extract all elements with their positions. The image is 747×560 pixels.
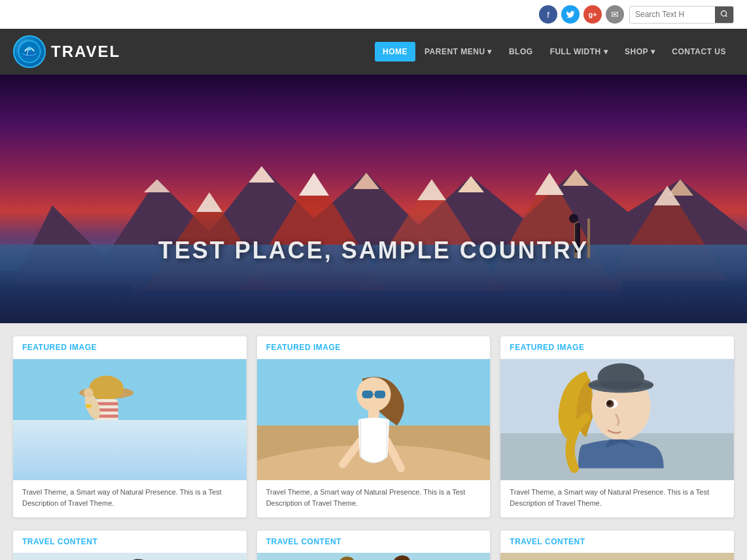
svg-point-40 xyxy=(201,440,206,445)
person-head xyxy=(569,214,578,223)
logo-text: TRAVEL xyxy=(51,43,120,61)
nav-blog[interactable]: BLOG xyxy=(501,42,541,61)
card-3-header-text: FEATURED xyxy=(510,343,557,352)
card-1-image[interactable] xyxy=(13,359,247,480)
card-2-header-text: FEATURED xyxy=(266,343,313,352)
content-card-2-header-text: TRAVEL xyxy=(266,537,302,546)
svg-point-29 xyxy=(122,433,215,464)
svg-point-39 xyxy=(190,437,194,442)
svg-marker-21 xyxy=(535,173,564,195)
content-card-3: TRAVEL CONTENT xyxy=(500,531,734,560)
svg-rect-38 xyxy=(86,404,92,408)
header: TRAVEL HOME PARENT MENU BLOG FULL WIDTH … xyxy=(0,29,747,75)
svg-rect-28 xyxy=(13,425,247,480)
card-2-description: Travel Theme, a Smart way of Natural Pre… xyxy=(257,480,491,517)
content-card-2-header-accent: CONTENT xyxy=(301,537,341,546)
logo-icon xyxy=(13,35,46,68)
search-button[interactable] xyxy=(715,7,733,23)
featured-cards-section: FEATURED IMAGE xyxy=(0,323,747,531)
card-3-header-accent: IMAGE xyxy=(557,343,585,352)
svg-rect-27 xyxy=(13,359,247,480)
nav-contact-us[interactable]: CONTACT US xyxy=(664,42,734,61)
content-section: TRAVEL CONTENT xyxy=(0,531,747,560)
card-3-header: FEATURED IMAGE xyxy=(500,336,734,359)
nav-parent-menu[interactable]: PARENT MENU xyxy=(417,42,500,61)
social-icons: f g+ ✉ xyxy=(539,5,624,24)
nav-full-width[interactable]: FULL WIDTH xyxy=(542,42,616,61)
google-icon[interactable]: g+ xyxy=(583,5,602,24)
content-card-2-image[interactable] xyxy=(257,553,491,560)
content-card-1-header-text: TRAVEL xyxy=(22,537,58,546)
svg-point-37 xyxy=(84,388,93,397)
content-card-2: TRAVEL CONTENT xyxy=(257,531,491,560)
top-bar: f g+ ✉ xyxy=(0,0,747,29)
svg-point-59 xyxy=(607,400,612,405)
svg-rect-60 xyxy=(13,553,247,560)
card-3-description: Travel Theme, a Smart way of Natural Pre… xyxy=(500,480,734,517)
svg-rect-70 xyxy=(257,553,491,560)
svg-point-56 xyxy=(589,381,654,389)
email-icon[interactable]: ✉ xyxy=(606,5,624,24)
content-card-3-header-accent: CONTENT xyxy=(545,537,585,546)
featured-card-1: FEATURED IMAGE xyxy=(13,336,247,517)
content-card-3-image[interactable] xyxy=(500,553,734,560)
svg-marker-7 xyxy=(144,179,170,192)
card-1-header-text: FEATURED xyxy=(22,343,69,352)
content-card-3-header: TRAVEL CONTENT xyxy=(500,531,734,553)
search-input[interactable] xyxy=(630,7,715,22)
featured-card-3: FEATURED IMAGE xyxy=(500,336,734,517)
twitter-icon[interactable] xyxy=(561,5,580,24)
svg-point-0 xyxy=(721,10,727,16)
svg-rect-47 xyxy=(374,391,385,398)
card-1-header: FEATURED IMAGE xyxy=(13,336,247,359)
nav-shop[interactable]: SHOP xyxy=(617,42,663,61)
card-1-description: Travel Theme, a Smart way of Natural Pre… xyxy=(13,480,247,517)
featured-card-2: FEATURED IMAGE xyxy=(257,336,491,517)
content-card-2-header: TRAVEL CONTENT xyxy=(257,531,491,553)
svg-marker-19 xyxy=(299,173,329,196)
content-card-3-header-text: TRAVEL xyxy=(510,537,545,546)
hero-title: TEST PLACE, SAMPLE COUNTRY xyxy=(158,237,589,264)
content-card-1-header-accent: CONTENT xyxy=(58,537,98,546)
content-card-1-header: TRAVEL CONTENT xyxy=(13,531,247,553)
svg-rect-46 xyxy=(362,391,373,398)
card-2-header-accent: IMAGE xyxy=(313,343,341,352)
search-bar[interactable] xyxy=(629,6,734,24)
nav-home[interactable]: HOME xyxy=(375,42,415,61)
card-2-header: FEATURED IMAGE xyxy=(257,336,491,359)
card-2-image[interactable] xyxy=(257,359,491,480)
main-nav: HOME PARENT MENU BLOG FULL WIDTH SHOP CO… xyxy=(375,42,734,61)
facebook-icon[interactable]: f xyxy=(539,5,557,24)
svg-point-2 xyxy=(18,41,40,62)
content-card-1: TRAVEL CONTENT xyxy=(13,531,247,560)
svg-line-1 xyxy=(725,15,727,16)
svg-marker-8 xyxy=(249,166,275,183)
content-card-1-image[interactable] xyxy=(13,553,247,560)
card-3-image[interactable] xyxy=(500,359,734,480)
svg-marker-18 xyxy=(196,192,222,212)
svg-rect-86 xyxy=(500,553,734,560)
svg-marker-20 xyxy=(417,179,446,200)
card-1-header-accent: IMAGE xyxy=(69,343,97,352)
logo[interactable]: TRAVEL xyxy=(13,35,120,68)
hero-section: TEST PLACE, SAMPLE COUNTRY xyxy=(0,75,747,323)
